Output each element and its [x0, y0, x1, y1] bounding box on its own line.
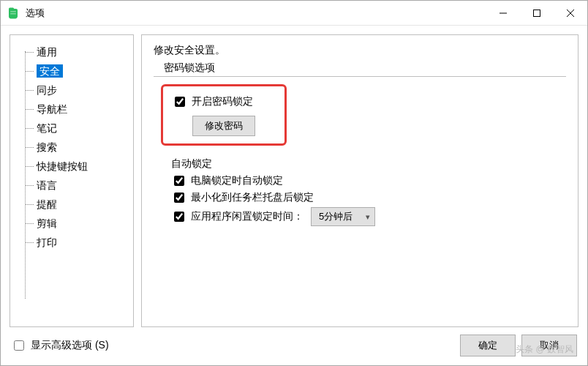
show-advanced-checkbox[interactable]	[14, 340, 24, 351]
idle-timeout-dropdown[interactable]: 5分钟后 ▾	[311, 207, 375, 226]
sidebar-item-label: 安全	[37, 64, 63, 78]
sidebar-item-search[interactable]: 搜索	[16, 138, 133, 157]
sidebar-item-label: 打印	[37, 236, 57, 248]
sidebar-item-general[interactable]: 通用	[16, 42, 133, 61]
maximize-button[interactable]	[520, 1, 554, 25]
sidebar-item-notes[interactable]: 笔记	[16, 119, 133, 138]
sidebar-item-label: 语言	[37, 179, 57, 191]
sidebar-item-shortcuts[interactable]: 快捷键按钮	[16, 157, 133, 176]
show-advanced-label: 显示高级选项 (S)	[31, 339, 109, 352]
sidebar-item-clipping[interactable]: 剪辑	[16, 214, 133, 233]
cancel-button[interactable]: 取消	[521, 335, 577, 356]
options-window: 选项 通用 安全 同步 导航栏 笔记 搜索 快捷键按钮 语言 提醒 剪辑	[0, 0, 588, 366]
sidebar-item-reminders[interactable]: 提醒	[16, 195, 133, 214]
lock-on-idle-check-row[interactable]: 应用程序闲置锁定时间：	[171, 209, 304, 224]
sidebar: 通用 安全 同步 导航栏 笔记 搜索 快捷键按钮 语言 提醒 剪辑 打印	[10, 34, 134, 327]
lock-on-idle-label: 应用程序闲置锁定时间：	[191, 210, 304, 223]
show-advanced-row[interactable]: 显示高级选项 (S)	[11, 338, 109, 353]
highlight-annotation: 开启密码锁定 修改密码	[161, 84, 287, 146]
enable-password-lock-label: 开启密码锁定	[192, 95, 253, 108]
lock-on-pc-lock-checkbox[interactable]	[174, 176, 184, 186]
app-icon	[7, 7, 20, 20]
sidebar-item-label: 提醒	[37, 198, 57, 210]
lock-on-minimize-row[interactable]: 最小化到任务栏托盘后锁定	[171, 190, 566, 205]
sidebar-item-label: 剪辑	[37, 217, 57, 229]
content-area: 通用 安全 同步 导航栏 笔记 搜索 快捷键按钮 语言 提醒 剪辑 打印 修改安…	[1, 26, 587, 327]
footer: 显示高级选项 (S) 确定 取消	[1, 327, 587, 365]
svg-rect-0	[534, 10, 540, 16]
lock-on-idle-row: 应用程序闲置锁定时间： 5分钟后 ▾	[171, 207, 566, 226]
section-heading: 修改安全设置。	[154, 44, 566, 57]
sidebar-item-label: 同步	[37, 84, 57, 96]
minimize-button[interactable]	[486, 1, 520, 25]
idle-timeout-value: 5分钟后	[319, 210, 353, 223]
enable-password-lock-row[interactable]: 开启密码锁定	[172, 94, 255, 109]
lock-on-minimize-label: 最小化到任务栏托盘后锁定	[191, 191, 314, 204]
sidebar-item-print[interactable]: 打印	[16, 233, 133, 252]
auto-lock-heading: 自动锁定	[171, 157, 566, 171]
window-title: 选项	[26, 7, 486, 20]
sidebar-item-language[interactable]: 语言	[16, 176, 133, 195]
sidebar-item-security[interactable]: 安全	[16, 61, 133, 81]
titlebar: 选项	[1, 1, 587, 26]
sidebar-item-label: 通用	[37, 46, 57, 58]
sidebar-item-label: 笔记	[37, 122, 57, 134]
group-label-password-lock: 密码锁选项	[164, 61, 566, 75]
main-panel: 修改安全设置。 密码锁选项 开启密码锁定 修改密码 自动锁定 电脑锁定时自动锁定…	[141, 34, 578, 327]
window-controls	[486, 1, 587, 25]
lock-on-pc-lock-row[interactable]: 电脑锁定时自动锁定	[171, 173, 566, 188]
lock-on-minimize-checkbox[interactable]	[174, 193, 184, 203]
group-divider	[154, 76, 566, 77]
lock-on-pc-lock-label: 电脑锁定时自动锁定	[191, 174, 283, 187]
sidebar-item-label: 搜索	[37, 141, 57, 153]
sidebar-item-sync[interactable]: 同步	[16, 81, 133, 100]
sidebar-item-navbar[interactable]: 导航栏	[16, 100, 133, 119]
change-password-button[interactable]: 修改密码	[192, 116, 255, 136]
sidebar-item-label: 快捷键按钮	[37, 160, 88, 172]
ok-button[interactable]: 确定	[460, 335, 516, 356]
sidebar-item-label: 导航栏	[37, 103, 67, 115]
chevron-down-icon: ▾	[366, 212, 370, 222]
close-button[interactable]	[554, 1, 587, 25]
enable-password-lock-checkbox[interactable]	[175, 97, 185, 107]
lock-on-idle-checkbox[interactable]	[174, 212, 184, 222]
